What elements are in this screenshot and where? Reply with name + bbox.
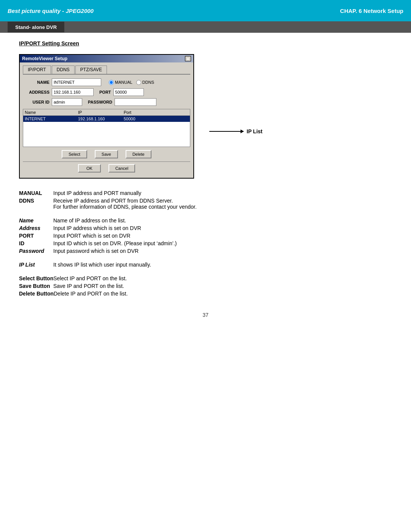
address-input[interactable]	[52, 88, 94, 96]
description-section: MANUAL Input IP address and PORT manuall…	[19, 190, 392, 297]
radio-manual[interactable]: MANUAL	[109, 80, 132, 85]
header-right-text: CHAP. 6 Network Setup	[340, 8, 403, 14]
remote-viewer-setup-dialog: RemoteViewer Setup x IP/PORT DDNS PTZ/SA	[19, 54, 194, 179]
desc-term-port: PORT	[19, 233, 53, 239]
dialog-tabs: IP/PORT DDNS PTZ/SAVE	[23, 66, 190, 75]
desc-term-address: Address	[19, 225, 53, 231]
ok-button[interactable]: OK	[78, 164, 101, 173]
desc-def-delete-button: Delete IP and PORT on the list.	[54, 291, 392, 297]
desc-term-save-button: Save Button	[19, 283, 53, 289]
desc-row-delete-button: Delete Button Delete IP and PORT on the …	[19, 291, 392, 297]
close-icon: x	[187, 57, 189, 61]
ip-list-annotation: IP List	[209, 128, 263, 134]
ip-list-row[interactable]: INTERNET 192.168.1.160 50000	[23, 116, 190, 122]
desc-term-delete-button: Delete Button	[19, 291, 54, 297]
select-button[interactable]: Select	[62, 150, 87, 158]
address-label: ADDRESS	[23, 90, 49, 94]
desc-row-manual: MANUAL Input IP address and PORT manuall…	[19, 190, 392, 196]
radio-manual-input[interactable]	[109, 80, 114, 85]
userid-input[interactable]	[52, 98, 82, 106]
delete-button-label: Delete	[132, 152, 145, 157]
select-button-label: Select	[68, 152, 80, 157]
ok-button-label: OK	[86, 166, 92, 171]
page-number: 37	[19, 312, 392, 318]
ip-list-col-name-header: Name	[25, 110, 78, 115]
save-button[interactable]: Save	[95, 150, 118, 158]
page-number-text: 37	[202, 312, 209, 318]
desc-def-select-button: Select IP and PORT on the list.	[53, 275, 392, 281]
ip-list-header: Name IP Port	[23, 109, 190, 116]
desc-row-select-button: Select Button Select IP and PORT on the …	[19, 275, 392, 281]
desc-row-save-button: Save Button Save IP and PORT on the list…	[19, 283, 392, 289]
header-title-left: Best picture quality - JPEG2000	[8, 8, 94, 14]
sub-header-row: Stand- alone DVR	[0, 21, 411, 33]
port-input[interactable]	[113, 88, 144, 96]
port-label: PORT	[99, 90, 111, 94]
section-title-text: IP/PORT Setting Screen	[19, 40, 79, 46]
sub-header: Stand- alone DVR	[8, 22, 64, 32]
desc-def-password: Input password which is set on DVR	[53, 248, 392, 254]
delete-button[interactable]: Delete	[126, 150, 151, 158]
arrow-line	[209, 131, 244, 132]
tab-ptz-save[interactable]: PTZ/SAVE	[75, 66, 107, 74]
userid-label: USER ID	[23, 100, 49, 104]
desc-def-address: Input IP address which is set on DVR	[53, 225, 392, 231]
arrow-head	[241, 129, 244, 133]
password-label: PASSWORD	[88, 100, 112, 104]
radio-group: MANUAL DDNS	[109, 80, 154, 85]
ip-list-cell-ip: 192.168.1.160	[78, 117, 124, 121]
dialog-wrapper: RemoteViewer Setup x IP/PORT DDNS PTZ/SA	[19, 54, 392, 179]
desc-term-name: Name	[19, 217, 53, 224]
desc-term-id: ID	[19, 240, 53, 246]
desc-def-manual: Input IP address and PORT manually	[53, 190, 392, 196]
form-row-userid: USER ID PASSWORD	[23, 98, 190, 106]
ip-list-col-port-header: Port	[124, 110, 147, 115]
dialog-body: IP/PORT DDNS PTZ/SAVE NAME	[20, 62, 193, 178]
ip-list-cell-port: 50000	[124, 117, 147, 121]
desc-row-name: Name Name of IP address on the list.	[19, 217, 392, 224]
dialog-action-buttons: Select Save Delete	[23, 150, 190, 158]
desc-row-iplist: IP List It shows IP list which user inpu…	[19, 262, 392, 268]
header-left-text: Best picture quality -	[8, 8, 66, 14]
desc-def-save-button: Save IP and PORT on the list.	[53, 283, 392, 289]
header-left-bold: JPEG2000	[66, 8, 94, 14]
dialog-titlebar: RemoteViewer Setup x	[20, 55, 193, 62]
name-input[interactable]	[52, 78, 101, 86]
tab-ip-port-label: IP/PORT	[28, 67, 46, 72]
desc-row-port: PORT Input PORT which is set on DVR	[19, 233, 392, 239]
radio-ddns-label: DDNS	[142, 80, 154, 85]
desc-row-address: Address Input IP address which is set on…	[19, 225, 392, 231]
desc-def-port: Input PORT which is set on DVR	[53, 233, 392, 239]
ip-list-annotation-label: IP List	[247, 128, 263, 134]
header-right: CHAP. 6 Network Setup	[206, 0, 411, 21]
cancel-button-label: Cancel	[115, 166, 128, 171]
cancel-button[interactable]: Cancel	[108, 164, 135, 173]
tab-ip-port[interactable]: IP/PORT	[23, 66, 51, 74]
desc-row-ddns: DDNS Receive IP address and PORT from DD…	[19, 198, 392, 210]
desc-def-ddns-line2: For further information of DDNS, please …	[53, 204, 197, 210]
header-left: Best picture quality - JPEG2000	[0, 0, 206, 21]
dialog-ok-cancel: OK Cancel	[23, 161, 190, 175]
page-content: IP/PORT Setting Screen RemoteViewer Setu…	[0, 33, 411, 326]
dialog-close-button[interactable]: x	[185, 56, 191, 61]
desc-def-iplist: It shows IP list which user input manual…	[53, 262, 392, 268]
desc-term-iplist: IP List	[19, 262, 53, 268]
desc-term-select-button: Select Button	[19, 275, 53, 281]
desc-def-id: Input ID which is set on DVR. (Please in…	[53, 240, 392, 246]
radio-manual-label: MANUAL	[115, 80, 132, 85]
form-row-name: NAME MANUAL DDNS	[23, 78, 190, 86]
desc-term-manual: MANUAL	[19, 190, 53, 196]
desc-term-ddns: DDNS	[19, 198, 53, 204]
save-button-label: Save	[102, 152, 111, 157]
dialog-title: RemoteViewer Setup	[22, 56, 67, 61]
tab-ddns[interactable]: DDNS	[52, 66, 75, 74]
page-header: Best picture quality - JPEG2000 CHAP. 6 …	[0, 0, 411, 21]
desc-row-password: Password Input password which is set on …	[19, 248, 392, 254]
radio-ddns-input[interactable]	[136, 80, 141, 85]
desc-def-name: Name of IP address on the list.	[53, 217, 392, 224]
form-row-address: ADDRESS PORT	[23, 88, 190, 96]
tab-ptz-save-label: PTZ/SAVE	[80, 67, 102, 72]
tab-ddns-label: DDNS	[57, 67, 70, 72]
password-input[interactable]	[115, 98, 156, 106]
radio-ddns[interactable]: DDNS	[136, 80, 154, 85]
